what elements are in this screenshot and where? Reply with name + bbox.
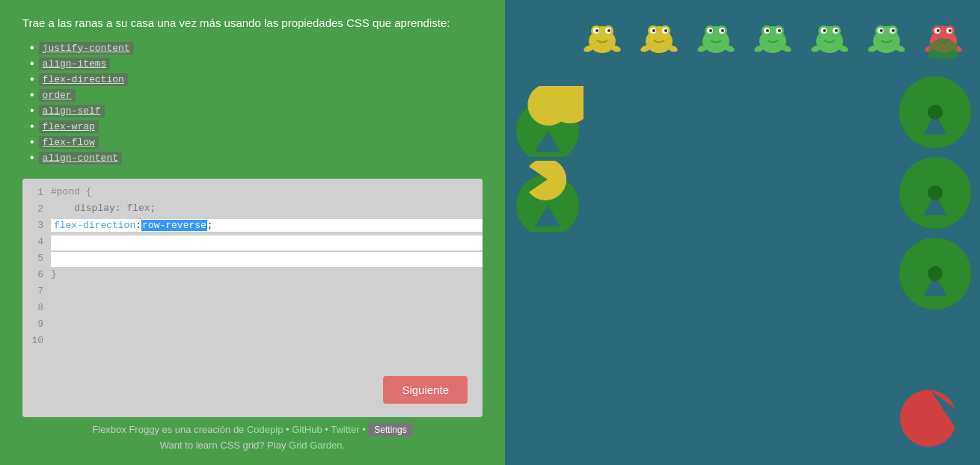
lily-pad-2	[898, 155, 973, 230]
frog-yellow-2	[634, 11, 685, 62]
list-item: justify-content	[30, 41, 483, 55]
svg-point-73	[928, 105, 943, 120]
editable-line[interactable]	[51, 252, 483, 267]
twitter-link[interactable]: Twitter	[331, 424, 359, 435]
code-line-5[interactable]: 5	[22, 252, 483, 268]
line-content	[51, 301, 483, 312]
property-tag: flex-flow	[39, 136, 99, 149]
property-tag: order	[39, 89, 76, 102]
svg-point-57	[652, 29, 655, 32]
line-number: 6	[22, 268, 51, 280]
svg-point-17	[880, 29, 883, 32]
line-number: 7	[22, 285, 51, 297]
frog-svg	[750, 14, 795, 59]
separator: •	[362, 424, 368, 435]
line-number: 8	[22, 301, 51, 313]
lily-pad-3	[898, 236, 973, 311]
frog-svg	[807, 14, 852, 59]
list-item: flex-wrap	[30, 120, 483, 133]
line2-prefix: Want to learn CSS grid? Play	[160, 440, 287, 451]
property-tag: align-self	[39, 105, 105, 117]
pacman-frog-top	[512, 86, 584, 157]
svg-point-38	[778, 29, 781, 32]
list-item: align-self	[30, 104, 483, 117]
svg-point-79	[928, 266, 943, 281]
lily-pads-column	[898, 75, 973, 311]
github-link[interactable]: GitHub	[292, 424, 322, 435]
settings-button[interactable]: Settings	[368, 423, 412, 437]
red-pacman-frog	[888, 375, 974, 461]
code-line-3[interactable]: 3 flex-direction:row-reverse;	[22, 219, 483, 235]
list-item: flex-direction	[30, 73, 483, 86]
lily-pad-1	[898, 75, 973, 150]
code-lines: 1 #pond { 2 display: flex; 3 flex-direct…	[22, 186, 483, 366]
frog-svg	[864, 14, 909, 59]
list-item: align-content	[30, 151, 483, 164]
property-list: justify-content align-items flex-directi…	[22, 41, 483, 167]
line-number: 1	[22, 186, 51, 198]
line-number: 3	[22, 219, 51, 231]
frog-svg	[921, 14, 966, 59]
list-item: align-items	[30, 57, 483, 70]
code-line-7: 7	[22, 285, 483, 301]
line-content	[51, 334, 483, 345]
frog-svg	[637, 14, 682, 59]
code-line-8: 8	[22, 301, 483, 318]
line-content: display: flex;	[51, 203, 483, 214]
property-tag: align-content	[39, 152, 122, 164]
footer-line2: Want to learn CSS grid? Play Grid Garden…	[22, 440, 483, 451]
siguiente-button[interactable]: Siguiente	[383, 376, 468, 404]
line-number: 9	[22, 318, 51, 330]
property-tag: flex-direction	[39, 73, 128, 86]
frog-svg	[693, 14, 738, 59]
footer-line1: Flexbox Froggy es una creación de Codepi…	[22, 423, 483, 437]
frog-svg	[580, 14, 625, 59]
frog-yellow-1	[577, 11, 628, 62]
line2-suffix: .	[343, 440, 346, 451]
left-panel: Trae a las ranas a su casa una vez más u…	[0, 0, 505, 465]
svg-point-6	[937, 29, 940, 32]
svg-point-67	[595, 29, 598, 32]
codepip-link[interactable]: Codepip	[247, 424, 283, 435]
line-content: }	[51, 268, 483, 280]
svg-point-58	[664, 29, 667, 32]
property-tag: flex-wrap	[39, 120, 99, 133]
frog-green-5	[804, 11, 855, 62]
frog-green-6	[861, 11, 912, 62]
line-number: 10	[22, 334, 51, 346]
frog-red	[918, 11, 969, 62]
svg-point-28	[835, 29, 838, 32]
instructions-text: Trae a las ranas a su casa una vez más u…	[22, 15, 483, 31]
list-item: order	[30, 88, 483, 102]
svg-point-18	[892, 29, 895, 32]
line-number: 5	[22, 252, 51, 264]
footer: Flexbox Froggy es una creación de Codepi…	[22, 417, 483, 454]
svg-point-37	[766, 29, 769, 32]
frogs-row	[509, 11, 976, 62]
code-line-4[interactable]: 4	[22, 235, 483, 252]
svg-point-27	[823, 29, 826, 32]
list-item: flex-flow	[30, 135, 483, 149]
property-tag: align-items	[39, 58, 111, 70]
line-content: #pond {	[51, 186, 483, 197]
property-tag: justify-content	[39, 42, 134, 55]
code-line-6: 6 }	[22, 268, 483, 285]
pacman-frog-bottom	[512, 161, 584, 232]
grid-garden-link[interactable]: Grid Garden	[289, 440, 343, 451]
editable-line[interactable]	[51, 235, 483, 250]
svg-point-76	[928, 185, 943, 200]
pacman-frogs-area	[512, 86, 584, 232]
code-editor: 1 #pond { 2 display: flex; 3 flex-direct…	[22, 179, 483, 417]
line-number: 2	[22, 203, 51, 215]
credit-text: Flexbox Froggy es una creación de	[92, 424, 244, 435]
code-line-9: 9	[22, 318, 483, 334]
pond-panel	[505, 0, 980, 465]
frog-green-4	[747, 11, 798, 62]
frog-green-3	[690, 11, 741, 62]
line-content	[51, 318, 483, 329]
svg-point-68	[607, 29, 610, 32]
editable-line[interactable]: flex-direction:row-reverse;	[51, 219, 483, 232]
code-line-1: 1 #pond {	[22, 186, 483, 203]
code-line-2: 2 display: flex;	[22, 203, 483, 219]
line-content	[51, 285, 483, 296]
